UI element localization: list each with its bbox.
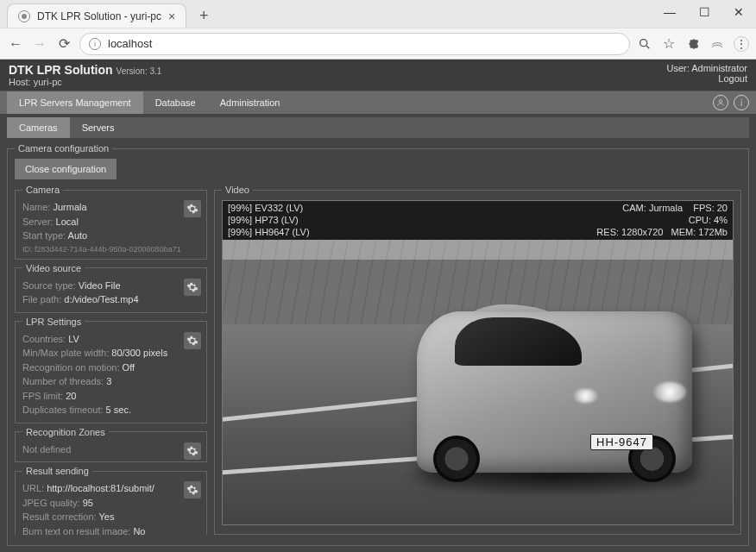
back-button[interactable]: ← <box>7 35 24 53</box>
reload-button[interactable]: ⟳ <box>55 35 72 53</box>
site-info-icon[interactable]: i <box>89 38 101 50</box>
gear-icon[interactable] <box>184 442 201 460</box>
camera-id: ID: f283d442-714a-444b-950a-02006080ba71 <box>22 245 199 254</box>
camera-config-legend: Camera configuration <box>15 143 112 154</box>
video-frame: HH-9647 [99%] EV332 (LV) [99%] HP73 (LV)… <box>222 200 734 525</box>
tab-title: DTK LPR Solution - yuri-pc <box>37 10 161 22</box>
main-tabs: LPR Servers Management Database Administ… <box>0 91 756 114</box>
info-icon[interactable]: i <box>734 95 749 110</box>
bookmark-icon[interactable]: ☆ <box>661 36 677 52</box>
sub-tabs: Cameras Servers <box>7 117 749 138</box>
logout-link[interactable]: Logout <box>718 73 747 84</box>
video-panel: Video <box>214 185 741 535</box>
maximize-button[interactable]: ☐ <box>687 0 721 24</box>
close-tab-icon[interactable]: × <box>168 9 175 23</box>
video-overlay-bar: [99%] EV332 (LV) [99%] HP73 (LV) [99%] H… <box>223 201 733 240</box>
svg-point-0 <box>640 39 647 46</box>
browser-tab-bar: DTK LPR Solution - yuri-pc × + — ☐ ✕ <box>0 0 756 28</box>
gear-icon[interactable] <box>184 332 201 349</box>
panel-camera: Camera Name: Jurmala Server: Local Start… <box>15 185 207 260</box>
url-text: localhost <box>108 37 152 50</box>
panel-video-source: Video source Source type: Video File Fil… <box>15 263 207 313</box>
gear-icon[interactable] <box>184 481 201 499</box>
forward-button[interactable]: → <box>31 35 48 53</box>
vehicle: HH-9647 <box>417 311 692 474</box>
panel-result-sending: Result sending URL: http://localhost:81/… <box>15 466 207 535</box>
host-label: Host: yuri-pc <box>9 77 161 87</box>
overlay-recognitions: [99%] EV332 (LV) [99%] HP73 (LV) [99%] H… <box>228 203 310 238</box>
gear-icon[interactable] <box>184 200 201 217</box>
close-window-button[interactable]: ✕ <box>721 0 756 24</box>
user-label: User: Administrator <box>666 63 747 73</box>
subtab-servers[interactable]: Servers <box>70 117 127 138</box>
new-tab-button[interactable]: + <box>195 7 212 25</box>
svg-line-1 <box>646 46 649 48</box>
profile-icon[interactable] <box>709 36 725 52</box>
app-header: DTK LPR SolutionVersion: 3.1 Host: yuri-… <box>0 60 756 91</box>
svg-point-2 <box>719 100 721 103</box>
camera-configuration: Camera configuration Close configuration… <box>7 143 749 546</box>
tab-lpr-servers[interactable]: LPR Servers Management <box>7 91 143 114</box>
gear-icon[interactable] <box>184 279 201 296</box>
minimize-button[interactable]: — <box>652 0 687 24</box>
license-plate: HH-9647 <box>590 434 653 450</box>
panel-recognition-zones: Recognition Zones Not defined <box>15 427 207 463</box>
panel-lpr-settings: LPR Settings Countries: LV Min/Max plate… <box>15 317 207 423</box>
tab-administration[interactable]: Administration <box>208 91 293 114</box>
tab-database[interactable]: Database <box>143 91 208 114</box>
url-input[interactable]: i localhost <box>79 33 630 55</box>
address-bar: ← → ⟳ i localhost ☆ ⋮ <box>0 28 756 59</box>
close-configuration-button[interactable]: Close configuration <box>15 159 117 179</box>
overlay-stats: CAM: Jurmala FPS: 20 CPU: 4% RES: 1280x7… <box>596 203 728 238</box>
extensions-icon[interactable] <box>685 36 701 52</box>
app-title: DTK LPR SolutionVersion: 3.1 <box>9 63 161 77</box>
browser-tab[interactable]: DTK LPR Solution - yuri-pc × <box>7 3 186 28</box>
browser-menu-icon[interactable]: ⋮ <box>734 36 749 52</box>
subtab-cameras[interactable]: Cameras <box>7 117 70 138</box>
user-icon[interactable] <box>713 95 728 110</box>
zoom-icon[interactable] <box>637 36 652 52</box>
tab-favicon <box>18 10 30 22</box>
